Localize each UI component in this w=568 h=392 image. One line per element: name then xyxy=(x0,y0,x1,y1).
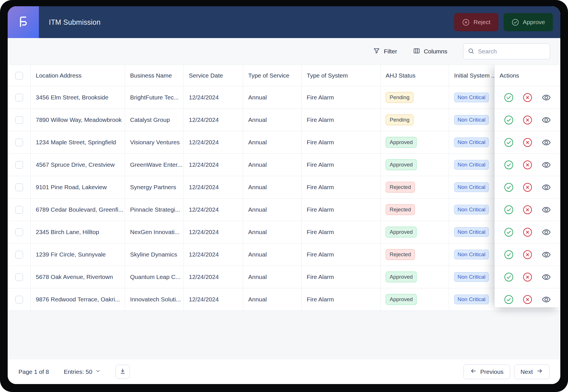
service-date-cell: 12/24/2024 xyxy=(184,86,243,109)
reject-row-icon[interactable] xyxy=(523,205,532,215)
arrow-right-icon xyxy=(536,368,543,376)
type-of-service-cell: Annual xyxy=(243,86,302,109)
footer-left: Page 1 of 8 Entries: 50 xyxy=(18,365,130,379)
column-header-location-address: Location Address xyxy=(31,65,125,86)
approve-row-icon[interactable] xyxy=(504,250,514,260)
ahj-status-cell: Approved xyxy=(381,288,449,310)
view-row-icon[interactable] xyxy=(541,137,551,147)
approve-row-icon[interactable] xyxy=(504,115,514,125)
column-header-service-date: Service Date xyxy=(184,65,243,86)
view-row-icon[interactable] xyxy=(541,115,551,125)
initial-system-badge: Non Critical xyxy=(454,93,489,102)
location-address-cell: 7890 Willow Way, Meadowbrook xyxy=(31,109,125,131)
table-row: 3456 Elm Street, Brookside BrightFuture … xyxy=(8,86,560,109)
table-header-row: Location Address Business Name Service D… xyxy=(8,65,560,86)
initial-system-badge: Non Critical xyxy=(454,115,489,125)
type-of-service-cell: Annual xyxy=(243,221,302,243)
approve-row-icon[interactable] xyxy=(504,295,514,305)
row-checkbox[interactable] xyxy=(15,116,23,124)
reject-button[interactable]: Reject xyxy=(454,13,498,31)
reject-row-icon[interactable] xyxy=(523,227,532,237)
business-name-cell: Innovatech Soluti... xyxy=(125,288,184,310)
type-of-system-cell: Fire Alarm xyxy=(302,154,381,176)
initial-system-badge: Non Critical xyxy=(454,295,489,304)
row-checkbox-cell xyxy=(8,221,31,243)
funnel-icon xyxy=(373,47,380,56)
reject-row-icon[interactable] xyxy=(523,182,532,192)
table-row: 1239 Fir Circle, Sunnyvale Skyline Dynam… xyxy=(8,243,560,266)
reject-row-icon[interactable] xyxy=(523,295,532,305)
ahj-status-badge: Approved xyxy=(386,227,417,237)
row-checkbox-cell xyxy=(8,288,31,310)
reject-row-icon[interactable] xyxy=(523,250,532,260)
reject-row-icon[interactable] xyxy=(523,115,532,125)
approve-row-icon[interactable] xyxy=(504,205,514,215)
row-checkbox[interactable] xyxy=(15,139,23,146)
page-indicator: Page 1 of 8 xyxy=(18,368,49,375)
view-row-icon[interactable] xyxy=(541,295,551,305)
view-row-icon[interactable] xyxy=(541,160,551,170)
row-checkbox[interactable] xyxy=(15,228,23,236)
row-checkbox[interactable] xyxy=(15,273,23,281)
business-name-cell: Catalyst Group xyxy=(125,109,184,131)
reject-row-icon[interactable] xyxy=(523,160,532,170)
approve-row-icon[interactable] xyxy=(504,272,514,282)
approve-row-icon[interactable] xyxy=(504,160,514,170)
location-address-cell: 9876 Redwood Terrace, Oakri... xyxy=(31,288,125,310)
ahj-status-badge: Approved xyxy=(386,159,417,170)
view-row-icon[interactable] xyxy=(541,182,551,192)
row-checkbox[interactable] xyxy=(15,206,23,214)
approve-row-icon[interactable] xyxy=(504,137,514,147)
business-name-cell: Pinnacle Strategi... xyxy=(125,199,184,221)
next-page-button[interactable]: Next xyxy=(514,364,550,379)
reject-row-icon[interactable] xyxy=(523,93,532,103)
approve-row-icon[interactable] xyxy=(504,182,514,192)
reject-row-icon[interactable] xyxy=(523,137,532,147)
table-row: 1234 Maple Street, Springfield Visionary… xyxy=(8,131,560,154)
service-date-cell: 12/24/2024 xyxy=(184,243,243,266)
initial-system-cell: Non Critical xyxy=(449,176,494,198)
actions-cell xyxy=(494,266,560,288)
type-of-service-cell: Annual xyxy=(243,199,302,221)
table-row: 9101 Pine Road, Lakeview Synergy Partner… xyxy=(8,176,560,199)
column-header-type-of-service: Type of Service xyxy=(243,65,302,86)
approve-row-icon[interactable] xyxy=(504,93,514,103)
type-of-system-cell: Fire Alarm xyxy=(302,109,381,131)
row-checkbox[interactable] xyxy=(15,94,23,101)
view-row-icon[interactable] xyxy=(541,205,551,215)
initial-system-cell: Non Critical xyxy=(449,266,494,288)
column-header-ahj-status: AHJ Status xyxy=(381,65,449,86)
actions-cell xyxy=(494,131,560,153)
row-checkbox[interactable] xyxy=(15,184,23,191)
row-checkbox[interactable] xyxy=(15,161,23,169)
filter-label: Filter xyxy=(384,48,397,55)
approve-button[interactable]: Approve xyxy=(504,13,553,31)
search-input[interactable] xyxy=(477,48,546,55)
view-row-icon[interactable] xyxy=(541,250,551,260)
download-button[interactable] xyxy=(116,365,130,379)
actions-cell xyxy=(494,221,560,243)
filter-button[interactable]: Filter xyxy=(373,47,397,56)
select-all-checkbox[interactable] xyxy=(15,72,23,80)
row-checkbox[interactable] xyxy=(15,296,23,303)
actions-cell xyxy=(494,288,560,310)
app-header: ITM Submission Reject Ap xyxy=(8,6,560,38)
columns-button[interactable]: Columns xyxy=(413,47,447,56)
view-row-icon[interactable] xyxy=(541,93,551,103)
approve-row-icon[interactable] xyxy=(504,227,514,237)
row-checkbox[interactable] xyxy=(15,251,23,258)
type-of-system-cell: Fire Alarm xyxy=(302,266,381,288)
previous-page-button[interactable]: Previous xyxy=(463,364,510,379)
view-row-icon[interactable] xyxy=(541,272,551,282)
ahj-status-cell: Rejected xyxy=(381,176,449,198)
business-name-cell: BrightFuture Tec... xyxy=(125,86,184,109)
location-address-cell: 9101 Pine Road, Lakeview xyxy=(31,176,125,198)
ahj-status-cell: Approved xyxy=(381,131,449,153)
chevron-down-icon xyxy=(95,368,101,375)
column-header-type-of-system: Type of System xyxy=(302,65,381,86)
table-region: Location Address Business Name Service D… xyxy=(8,65,560,359)
table-row: 7890 Willow Way, Meadowbrook Catalyst Gr… xyxy=(8,109,560,131)
entries-select[interactable]: Entries: 50 xyxy=(64,368,101,375)
view-row-icon[interactable] xyxy=(541,227,551,237)
reject-row-icon[interactable] xyxy=(523,272,532,282)
